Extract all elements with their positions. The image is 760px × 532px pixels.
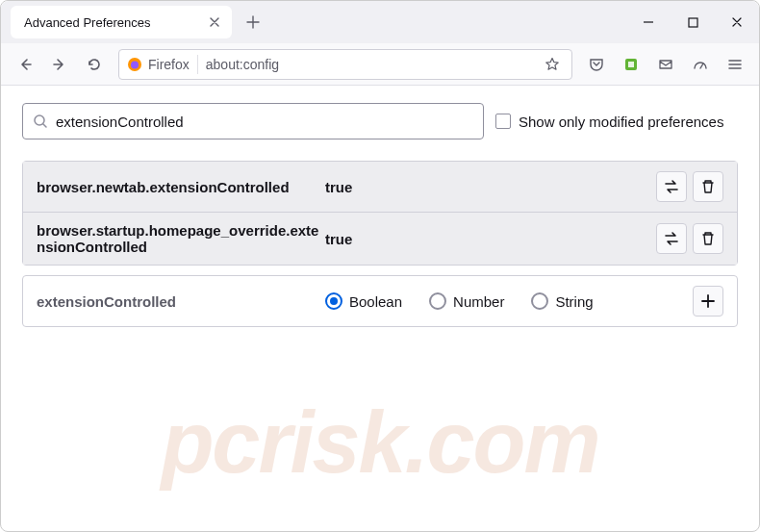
bookmark-star-button[interactable] <box>539 57 566 72</box>
new-preference-name: extensionControlled <box>37 293 325 310</box>
checkbox-icon <box>495 114 511 129</box>
type-number-radio[interactable]: Number <box>429 292 504 310</box>
svg-rect-0 <box>689 18 697 27</box>
preference-name: browser.newtab.extensionControlled <box>37 179 325 195</box>
maximize-button[interactable] <box>671 1 715 43</box>
arrow-left-icon <box>17 57 33 72</box>
mail-icon <box>658 57 673 72</box>
speed-button[interactable] <box>684 48 717 81</box>
preference-name: browser.startup.homepage_override.extens… <box>37 222 325 255</box>
trash-icon <box>700 179 716 194</box>
svg-point-2 <box>131 61 139 68</box>
close-window-button[interactable] <box>715 1 759 43</box>
tab-title: Advanced Preferences <box>20 15 207 30</box>
new-tab-button[interactable] <box>238 7 268 38</box>
page-content: Show only modified preferences browser.n… <box>1 86 759 344</box>
preference-value: true <box>325 179 656 195</box>
modified-only-checkbox[interactable]: Show only modified preferences <box>495 114 723 130</box>
preference-actions <box>656 171 723 202</box>
svg-rect-4 <box>628 62 634 67</box>
star-icon <box>545 57 560 72</box>
preference-list: browser.newtab.extensionControlled true … <box>22 161 738 266</box>
preference-row: browser.newtab.extensionControlled true <box>23 162 737 212</box>
preference-actions <box>656 223 723 254</box>
pocket-button[interactable] <box>580 48 613 81</box>
minimize-button[interactable] <box>626 1 671 43</box>
navigation-bar: Firefox about:config <box>1 43 759 86</box>
plus-icon <box>246 15 260 29</box>
trash-icon <box>700 231 716 246</box>
titlebar: Advanced Preferences <box>1 1 759 43</box>
type-options: Boolean Number String <box>325 292 693 310</box>
url-text: about:config <box>206 57 539 72</box>
checkbox-label: Show only modified preferences <box>519 114 723 130</box>
extension-button[interactable] <box>615 48 647 81</box>
watermark: pcrisk.com <box>1 393 759 493</box>
reload-icon <box>87 57 102 72</box>
toolbar-icons <box>580 48 751 81</box>
radio-icon <box>429 292 446 310</box>
browser-window: Advanced Preferences <box>0 0 760 532</box>
toggle-arrows-icon <box>663 230 680 247</box>
radio-icon <box>325 292 342 310</box>
delete-button[interactable] <box>693 223 723 254</box>
minimize-icon <box>643 16 654 28</box>
reload-button[interactable] <box>78 48 111 81</box>
app-menu-button[interactable] <box>719 48 751 81</box>
pocket-icon <box>589 57 604 72</box>
tab-close-button[interactable] <box>207 14 222 30</box>
preference-row: browser.startup.homepage_override.extens… <box>23 212 737 265</box>
hamburger-icon <box>727 57 743 72</box>
window-controls <box>626 1 759 43</box>
maximize-icon <box>688 17 698 28</box>
search-box[interactable] <box>22 103 484 139</box>
mail-button[interactable] <box>649 48 682 81</box>
url-bar[interactable]: Firefox about:config <box>118 49 572 80</box>
browser-tab[interactable]: Advanced Preferences <box>11 6 232 38</box>
gauge-icon <box>693 57 708 72</box>
arrow-right-icon <box>52 57 67 72</box>
back-button[interactable] <box>9 48 41 81</box>
search-icon <box>33 114 48 129</box>
type-boolean-radio[interactable]: Boolean <box>325 292 402 310</box>
close-icon <box>209 16 220 28</box>
preference-value: true <box>325 231 656 247</box>
radio-icon <box>531 292 548 310</box>
type-string-radio[interactable]: String <box>531 292 593 310</box>
identity-box[interactable]: Firefox <box>125 55 198 74</box>
puzzle-icon <box>623 57 639 72</box>
delete-button[interactable] <box>693 171 723 202</box>
add-button[interactable] <box>693 286 723 317</box>
close-icon <box>731 16 743 28</box>
toggle-arrows-icon <box>663 178 680 195</box>
radio-label: Number <box>453 293 504 310</box>
toggle-button[interactable] <box>656 171 687 202</box>
search-row: Show only modified preferences <box>22 103 738 139</box>
radio-label: String <box>555 293 593 310</box>
new-preference-row: extensionControlled Boolean Number Strin… <box>22 275 738 327</box>
firefox-icon <box>127 57 142 72</box>
plus-icon <box>700 293 716 309</box>
radio-label: Boolean <box>349 293 402 310</box>
forward-button[interactable] <box>43 48 76 81</box>
identity-label: Firefox <box>148 57 190 72</box>
search-input[interactable] <box>56 114 473 130</box>
toggle-button[interactable] <box>656 223 687 254</box>
